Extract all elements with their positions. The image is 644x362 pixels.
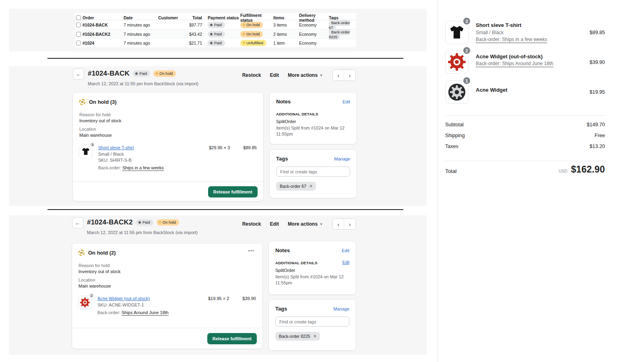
- section-divider: [47, 209, 403, 210]
- tags-title: Tags: [276, 156, 288, 162]
- select-all-checkbox[interactable]: [76, 15, 81, 20]
- notes-edit-link[interactable]: Edit: [342, 248, 349, 253]
- product-link[interactable]: Acne Widget (out-of-stock): [97, 296, 150, 301]
- product-sku: SKU: SHIRT-S-B: [98, 158, 132, 162]
- product-price: $39.90: [590, 60, 605, 65]
- release-fulfillment-button[interactable]: Release fulfillment: [208, 186, 258, 197]
- location-label: Location: [78, 278, 95, 282]
- edit-button[interactable]: Edit: [270, 221, 279, 227]
- more-actions-button[interactable]: More actions▼: [288, 221, 323, 227]
- taxes-label: Taxes: [445, 144, 458, 149]
- order-items-count: 1 item: [273, 41, 299, 45]
- col-order: Order: [83, 15, 124, 20]
- summary-divider: [445, 115, 605, 116]
- reason-label: Reason for hold: [78, 263, 110, 268]
- notes-edit-link[interactable]: Edit: [343, 99, 350, 104]
- order-pagination: ‹ ›: [332, 218, 356, 230]
- on-hold-card: On hold (2) ••• Reason for hold Inventor…: [72, 243, 262, 349]
- product-sku: SKU: ACNE-WIDGET-1: [97, 302, 144, 307]
- payment-status-badge: Paid: [133, 70, 150, 76]
- row-checkbox[interactable]: [76, 32, 81, 37]
- unit-price: $19.95 × 2: [208, 296, 229, 301]
- more-menu-button[interactable]: •••: [246, 248, 257, 253]
- notes-card: Notes Edit ADDITIONAL DETAILS Edit Split…: [269, 241, 356, 294]
- restock-button[interactable]: Restock: [242, 72, 261, 78]
- subtotal-value: $149.70: [587, 122, 605, 128]
- order-detail-1024-back: ← #1024-BACK Paid On hold March 12, 2022…: [9, 66, 427, 206]
- order-total: $43.42: [187, 32, 208, 37]
- previous-order-button[interactable]: ‹: [333, 219, 344, 229]
- col-total: Total: [187, 15, 208, 20]
- reason-value: Inventory out of stock: [79, 118, 122, 123]
- red-gear-icon: [448, 53, 466, 71]
- row-checkbox[interactable]: [76, 23, 81, 27]
- order-number[interactable]: #1024-BACK2: [83, 32, 124, 37]
- tags-manage-link[interactable]: Manage: [333, 306, 349, 311]
- row-checkbox[interactable]: [76, 41, 81, 45]
- remove-tag-icon[interactable]: ×: [314, 334, 316, 339]
- tags-title: Tags: [275, 306, 287, 312]
- tag-chip: Back-order 67 ×: [276, 182, 316, 191]
- additional-details-label: ADDITIONAL DETAILS: [276, 112, 318, 116]
- more-actions-button[interactable]: More actions▼: [288, 72, 323, 78]
- table-row[interactable]: #1024-BACK2 7 minutes ago $43.42 Paid On…: [75, 29, 356, 39]
- status-dot-icon: [210, 42, 213, 44]
- back-button[interactable]: ←: [73, 68, 84, 80]
- table-row[interactable]: #1024 7 minutes ago $21.71 Paid Unfulfil…: [75, 39, 356, 48]
- restock-button[interactable]: Restock: [242, 221, 261, 227]
- product-variant: Small / Black: [476, 30, 504, 35]
- previous-order-button[interactable]: ‹: [333, 70, 344, 80]
- section-divider: [47, 58, 403, 59]
- order-date: 7 minutes ago: [124, 23, 158, 27]
- order-delivery: Economy: [299, 41, 329, 45]
- order-items-count: 2 items: [273, 32, 299, 37]
- on-hold-title: On hold (3): [89, 99, 117, 105]
- order-number[interactable]: #1024: [83, 41, 124, 45]
- fulfillment-status-badge: On hold: [157, 219, 179, 225]
- on-hold-card: On hold (3) Reason for hold Inventory ou…: [73, 93, 263, 201]
- quantity-badge: 2: [462, 46, 471, 55]
- fulfillment-status-badge: On hold: [240, 22, 263, 28]
- edit-button[interactable]: Edit: [270, 72, 279, 78]
- order-number[interactable]: #1024-BACK: [83, 23, 124, 27]
- next-order-button[interactable]: ›: [344, 219, 355, 229]
- payment-status-badge: Paid: [136, 219, 153, 225]
- product-variant: Small / Black: [98, 152, 124, 156]
- location-label: Location: [79, 127, 96, 132]
- order-date: 7 minutes ago: [124, 41, 158, 45]
- col-delivery-method: Delivery method: [299, 13, 329, 23]
- order-total: $97.77: [187, 23, 208, 27]
- product-name: Short sleve T-shirt: [476, 22, 521, 28]
- tshirt-icon: [81, 147, 91, 156]
- product-price: $89.85: [590, 30, 605, 35]
- tags-manage-link[interactable]: Manage: [334, 156, 350, 161]
- quantity-badge: 3: [89, 142, 95, 148]
- reason-label: Reason for hold: [79, 112, 111, 117]
- release-fulfillment-button[interactable]: Release fulfillment: [207, 333, 257, 344]
- location-value: Main warehouse: [78, 284, 111, 288]
- product-price: $19.95: [590, 89, 605, 95]
- quantity-badge: 1: [462, 76, 471, 85]
- status-ring-icon: [243, 42, 245, 44]
- tag-search-input[interactable]: [275, 317, 349, 327]
- order-items-count: 3 items: [273, 23, 299, 27]
- col-items: Items: [273, 15, 299, 20]
- next-order-button[interactable]: ›: [344, 70, 355, 80]
- tag-search-input[interactable]: [276, 167, 350, 177]
- orders-list-section: Order Date Customer Total Payment status…: [9, 9, 427, 51]
- additional-details-edit-link[interactable]: Edit: [343, 260, 349, 265]
- product-link[interactable]: Short sleve T-shirt: [98, 145, 134, 150]
- col-fulfillment-status: Fulfillment status: [240, 13, 273, 23]
- payment-status-badge: Paid: [208, 40, 225, 46]
- status-ring-icon: [159, 221, 161, 223]
- status-dot-icon: [210, 33, 213, 35]
- order-summary-panel: 3 Short sleve T-shirt Small / Black Back…: [438, 0, 644, 362]
- note-line: Item(s) Split from #1024 on Mar 12 11:55…: [275, 274, 347, 286]
- backorder-note: Back-order: Ships Around June 18th: [476, 61, 553, 67]
- back-button[interactable]: ←: [72, 217, 83, 228]
- notes-title: Notes: [276, 99, 291, 105]
- total-label: Total: [445, 168, 457, 174]
- product-name: Acne Widget: [476, 87, 508, 93]
- fulfillment-status-badge: On hold: [240, 31, 263, 37]
- remove-tag-icon[interactable]: ×: [310, 184, 312, 189]
